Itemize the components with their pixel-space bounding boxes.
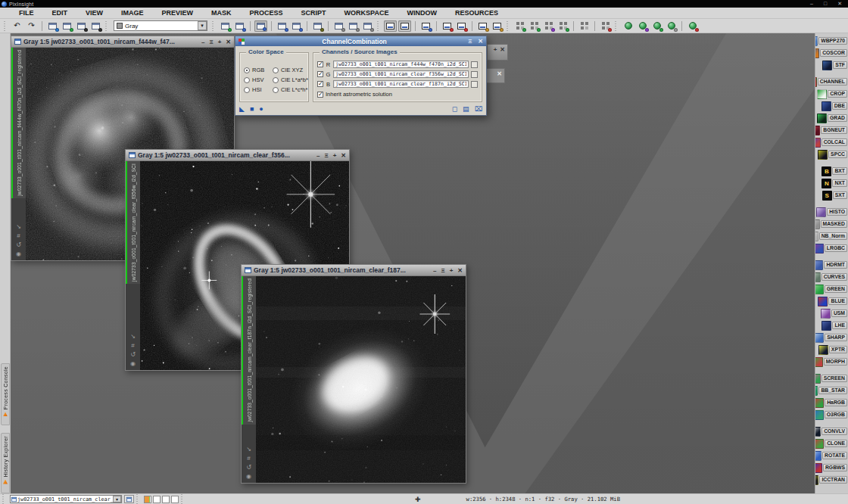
minimize-icon[interactable]: – bbox=[810, 0, 813, 8]
process-icon-bxt[interactable]: BBXT bbox=[822, 165, 847, 177]
process-icon-blue[interactable]: BLUE bbox=[818, 295, 847, 307]
readout-swatch[interactable] bbox=[162, 496, 170, 503]
close-icon[interactable]: ✕ bbox=[478, 38, 483, 45]
process-icon-hdrmt[interactable]: HDRMT bbox=[815, 259, 847, 271]
channel-g-select-view-button[interactable] bbox=[471, 71, 478, 78]
color-space-dropdown[interactable]: Gray▾ bbox=[114, 20, 207, 31]
catalog-button[interactable] bbox=[665, 20, 678, 32]
view-selector-strip[interactable]: jw02733_o001_t001_nircam_clear_f187n_i2d… bbox=[242, 276, 256, 483]
radio-icon[interactable] bbox=[244, 77, 250, 83]
ruler-button[interactable] bbox=[556, 20, 569, 32]
radio-icon[interactable] bbox=[244, 67, 250, 73]
process-icon-xptr[interactable]: XPTR bbox=[818, 344, 847, 356]
redo-button[interactable]: ↷ bbox=[25, 20, 38, 32]
process-icon-crop[interactable]: CROP bbox=[817, 88, 847, 100]
zoom-in-button[interactable] bbox=[254, 20, 267, 32]
select-button[interactable] bbox=[361, 20, 374, 32]
dropdown-arrow-icon[interactable]: ▾ bbox=[198, 21, 207, 30]
readout-swatch[interactable] bbox=[171, 496, 179, 503]
new-image-button[interactable] bbox=[61, 20, 73, 32]
menu-preview[interactable]: PREVIEW bbox=[154, 8, 202, 17]
readout-button[interactable] bbox=[347, 20, 360, 32]
menu-workspace[interactable]: WORKSPACE bbox=[336, 8, 398, 17]
active-view-selector[interactable]: jw02733_o001_t001_nircam_clear_ ▾ bbox=[10, 495, 122, 503]
process-icon-rotate[interactable]: ROTATE bbox=[815, 450, 847, 462]
colorspace-option-cie-l-c-h-[interactable]: CIE L*c*h* bbox=[273, 86, 308, 93]
image-window-f187n[interactable]: Gray 1:5 jw02733_o001_t001_nircam_clear_… bbox=[241, 264, 466, 484]
center-mode-icon[interactable]: ◉ bbox=[246, 473, 251, 480]
online-doc-button[interactable] bbox=[686, 20, 699, 32]
radio-icon[interactable] bbox=[273, 77, 279, 83]
channel-g-source-input[interactable] bbox=[333, 70, 469, 78]
readout-mode-icon[interactable]: ↘ bbox=[130, 333, 136, 340]
process-icon-sharp[interactable]: SHARP bbox=[815, 331, 847, 344]
rotate-mode-icon[interactable]: ↺ bbox=[16, 241, 21, 248]
crosshair-mode-icon[interactable]: # bbox=[131, 342, 134, 349]
process-icon-sxt[interactable]: SSXT bbox=[822, 189, 847, 201]
stf-boost-button[interactable] bbox=[491, 20, 504, 32]
shade-icon[interactable]: Ξ bbox=[324, 152, 328, 159]
stf-red-button[interactable] bbox=[441, 20, 454, 32]
mask-enable-button[interactable] bbox=[89, 20, 102, 32]
shade-icon[interactable]: Ξ bbox=[209, 39, 213, 45]
solve-button[interactable] bbox=[650, 20, 663, 32]
image-window-f187n-titlebar[interactable]: Gray 1:5 jw02733_o001_t001_nircam_clear_… bbox=[242, 265, 466, 276]
edit-instance-icon[interactable]: ▤ bbox=[463, 106, 469, 113]
stf-auto-button[interactable] bbox=[384, 20, 397, 32]
stf-reset-button[interactable] bbox=[419, 20, 432, 32]
process-icon-icctran[interactable]: ICCTRAN bbox=[815, 474, 847, 486]
grid-show-button[interactable] bbox=[528, 20, 541, 32]
process-icon-channel[interactable]: CHANNEL bbox=[815, 76, 847, 88]
process-icon-o3rgb[interactable]: O3RGB bbox=[815, 409, 847, 421]
process-icon-nxt[interactable]: NNXT bbox=[822, 177, 847, 189]
process-icon-histo[interactable]: HISTO bbox=[816, 206, 847, 218]
zoom-fit-icon[interactable]: + bbox=[333, 152, 337, 159]
zoom-fit-icon[interactable]: + bbox=[450, 267, 454, 274]
channel-r-source-input[interactable] bbox=[333, 61, 469, 68]
process-icon-grad[interactable]: GRAD bbox=[817, 112, 847, 124]
browse-documentation-icon[interactable]: ◻ bbox=[452, 106, 457, 113]
apply-global-icon[interactable]: ● bbox=[259, 106, 263, 113]
image-window-f356w-titlebar[interactable]: Gray 1:5 jw02733_o001_t001_nircam_clear_… bbox=[126, 150, 349, 161]
view-selector-strip[interactable]: jw02733_o001_t001_nircam_clear_f356w_i2d… bbox=[126, 161, 140, 370]
zoom-fit-icon[interactable]: + bbox=[218, 39, 222, 45]
menu-image[interactable]: IMAGE bbox=[113, 8, 152, 17]
menu-edit[interactable]: EDIT bbox=[44, 8, 76, 17]
stf-edit-button[interactable] bbox=[398, 20, 411, 32]
readout-mode-icon[interactable]: ↘ bbox=[16, 223, 21, 230]
colorspace-option-rgb[interactable]: RGB bbox=[244, 67, 273, 73]
image-edit-button[interactable] bbox=[233, 20, 246, 32]
channel-r-select-view-button[interactable] bbox=[471, 61, 478, 68]
rotate-mode-icon[interactable]: ↺ bbox=[130, 351, 136, 358]
colorspace-option-hsi[interactable]: HSI bbox=[244, 86, 273, 93]
process-icon-nb_norm[interactable]: NB_Norm bbox=[815, 230, 847, 242]
menu-window[interactable]: WINDOW bbox=[398, 8, 445, 17]
process-icon-hargb[interactable]: HaRGB bbox=[815, 397, 847, 409]
pan-button[interactable] bbox=[332, 20, 345, 32]
hidden-window-fragment-1[interactable]: +✕ bbox=[487, 44, 508, 61]
shade-icon[interactable]: Ξ bbox=[441, 267, 444, 274]
process-icon-usm[interactable]: USM bbox=[821, 307, 847, 319]
colorspace-option-cie-xyz[interactable]: CIE XYZ bbox=[273, 67, 308, 73]
channel-g-checkbox[interactable] bbox=[317, 71, 323, 77]
mask-show-button[interactable] bbox=[75, 20, 88, 32]
process-icon-morph[interactable]: MORPH bbox=[815, 356, 847, 368]
colorspace-option-hsv[interactable]: HSV bbox=[244, 76, 273, 83]
colorspace-option-cie-l-a-b-[interactable]: CIE L*a*b* bbox=[273, 76, 308, 83]
process-icon-stf[interactable]: STF bbox=[822, 59, 847, 71]
inherit-astrometric-checkbox[interactable] bbox=[317, 92, 323, 98]
crosshair-mode-icon[interactable]: # bbox=[247, 455, 250, 462]
readout-swatch[interactable] bbox=[153, 496, 161, 503]
center-mode-icon[interactable]: ◉ bbox=[16, 250, 21, 257]
stf-link-button[interactable] bbox=[476, 20, 489, 32]
shade-icon[interactable]: Ξ bbox=[468, 38, 472, 45]
process-icon-clone[interactable]: CLONE bbox=[815, 437, 847, 450]
readout-mode-icon[interactable]: ↘ bbox=[246, 446, 251, 453]
menu-resources[interactable]: RESOURCES bbox=[447, 8, 507, 17]
process-icon-bgneut[interactable]: BGNEUT bbox=[815, 124, 847, 136]
zoom-11-button[interactable] bbox=[290, 20, 303, 32]
process-icon-screen[interactable]: SCREEN bbox=[815, 372, 847, 384]
image-canvas-f187n[interactable] bbox=[256, 276, 466, 483]
process-icon-masked[interactable]: MASKED bbox=[815, 218, 847, 230]
process-icon-coscor[interactable]: COSCOR bbox=[815, 47, 847, 59]
